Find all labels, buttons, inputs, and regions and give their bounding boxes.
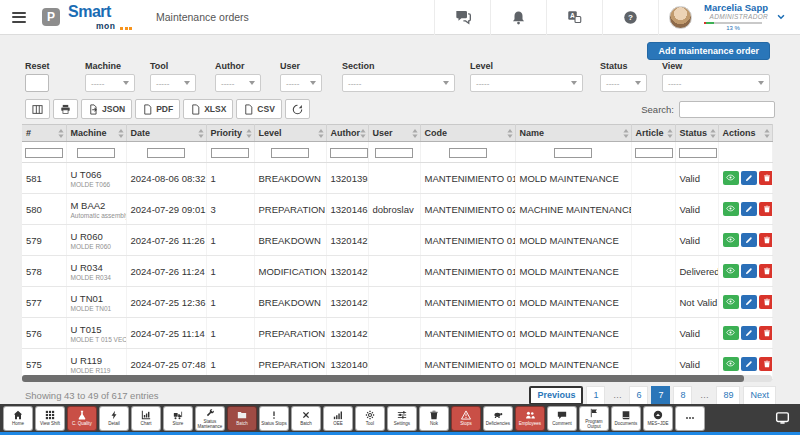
toolbar-oee-button[interactable]: OEE [323, 406, 353, 431]
filter-select-status[interactable]: ----- [600, 74, 647, 92]
view-order-button[interactable] [723, 233, 739, 247]
column-header-actions[interactable]: Actions [718, 125, 772, 142]
toolbar-settings-button[interactable]: Settings [387, 406, 417, 431]
column-header-article[interactable]: Article [631, 125, 675, 142]
toolbar-nok-button[interactable]: Nok [419, 406, 449, 431]
print-button[interactable] [53, 99, 78, 119]
menu-icon[interactable] [12, 12, 26, 23]
column-filter-input[interactable] [375, 148, 413, 158]
delete-order-button[interactable] [759, 202, 773, 216]
column-filter-input[interactable] [554, 148, 592, 158]
toolbar-employees-button[interactable]: Employees [515, 406, 545, 431]
search-input[interactable] [679, 101, 775, 118]
page-button-6[interactable]: 6 [629, 386, 648, 405]
delete-order-button[interactable] [759, 357, 773, 371]
delete-order-button[interactable] [759, 295, 773, 309]
page-button-1[interactable]: 1 [586, 386, 605, 405]
column-header-priority[interactable]: Priority [206, 125, 254, 142]
edit-order-button[interactable] [741, 202, 757, 216]
toolbar-c-quality-button[interactable]: C. Quality [67, 406, 97, 431]
toolbar-status-mantenance-button[interactable]: Status Mantenance [195, 406, 225, 431]
filter-select-level[interactable]: ----- [470, 74, 583, 92]
view-order-button[interactable] [723, 295, 739, 309]
toolbar-mes-jde-button[interactable]: MES~JDE [643, 406, 673, 431]
edit-order-button[interactable] [741, 326, 757, 340]
columns-button[interactable] [25, 99, 50, 119]
toolbar-program-output-button[interactable]: Program Output [579, 406, 609, 431]
toolbar-stops-button[interactable]: Stops [451, 406, 481, 431]
column-filter-input[interactable] [77, 148, 115, 158]
toolbar-home-button[interactable]: Home [3, 406, 33, 431]
delete-order-button[interactable] [759, 326, 773, 340]
filter-select-user[interactable]: ----- [280, 74, 322, 92]
toolbar-more-button[interactable] [675, 406, 705, 431]
column-filter-input[interactable] [211, 148, 249, 158]
filter-select-author[interactable]: ----- [215, 74, 261, 92]
column-filter-input[interactable] [449, 148, 487, 158]
edit-order-button[interactable] [741, 357, 757, 371]
delete-order-button[interactable] [759, 171, 773, 185]
toolbar-store-button[interactable]: Store [163, 406, 193, 431]
view-order-button[interactable] [723, 326, 739, 340]
column-header-code[interactable]: Code [420, 125, 515, 142]
monitor-button[interactable] [775, 411, 790, 425]
delete-order-button[interactable] [759, 264, 773, 278]
pdf-button[interactable]: PDF [135, 99, 180, 119]
filter-select-view[interactable]: ----- [662, 74, 770, 92]
scrollbar-thumb[interactable] [22, 375, 744, 382]
column-header-user[interactable]: User [368, 125, 420, 142]
toolbar-tool-button[interactable]: Tool [355, 406, 385, 431]
filter-select-section[interactable]: ----- [342, 74, 455, 92]
toolbar-view-shift-button[interactable]: View Shift [35, 406, 65, 431]
toolbar-deficiencies-button[interactable]: Deficiencies [483, 406, 513, 431]
toolbar-batch-button[interactable]: Batch [291, 406, 321, 431]
edit-order-button[interactable] [741, 295, 757, 309]
page-button-7[interactable]: 7 [651, 386, 670, 405]
column-header-id[interactable]: # [22, 125, 66, 142]
next-page-button[interactable]: Next [743, 386, 776, 405]
column-header-date[interactable]: Date [126, 125, 206, 142]
notifications-button[interactable] [490, 0, 546, 35]
column-filter-input[interactable] [271, 148, 309, 158]
json-button[interactable]: JSON [81, 99, 132, 119]
filter-select-tool[interactable]: ----- [150, 74, 196, 92]
column-filter-input[interactable] [330, 148, 368, 158]
messages-button[interactable] [434, 0, 490, 35]
column-filter-input[interactable] [679, 148, 717, 158]
view-order-button[interactable] [723, 264, 739, 278]
toolbar-chart-button[interactable]: Chart [131, 406, 161, 431]
xlsx-button[interactable]: XLSX [183, 99, 233, 119]
toolbar-documents-button[interactable]: Documents [611, 406, 641, 431]
delete-order-button[interactable] [759, 233, 773, 247]
toolbar-comment-button[interactable]: Comment [547, 406, 577, 431]
refresh-button[interactable] [285, 99, 310, 119]
edit-order-button[interactable] [741, 233, 757, 247]
edit-order-button[interactable] [741, 171, 757, 185]
page-button-8[interactable]: 8 [673, 386, 692, 405]
column-filter-input[interactable] [147, 148, 185, 158]
edit-order-button[interactable] [741, 264, 757, 278]
reset-button[interactable] [25, 74, 49, 92]
user-menu[interactable]: Marcelia Sapp ADMINISTRADOR 13 % [658, 0, 790, 35]
column-header-level[interactable]: Level [254, 125, 326, 142]
add-maintenance-order-button[interactable]: Add maintenance order [647, 42, 770, 60]
toolbar-detail-button[interactable]: Detail [99, 406, 129, 431]
csv-button[interactable]: CSV [236, 99, 281, 119]
filter-select-machine[interactable]: ----- [85, 74, 135, 92]
view-order-button[interactable] [723, 202, 739, 216]
column-header-machine[interactable]: Machine [66, 125, 126, 142]
column-header-status[interactable]: Status [675, 125, 718, 142]
page-button-89[interactable]: 89 [716, 386, 740, 405]
column-header-name[interactable]: Name [515, 125, 631, 142]
view-order-button[interactable] [723, 357, 739, 371]
view-order-button[interactable] [723, 171, 739, 185]
column-filter-input[interactable] [635, 148, 673, 158]
cell-date: 2024-07-25 11:14 [126, 318, 206, 349]
previous-page-button[interactable]: Previous [529, 386, 583, 405]
help-button[interactable]: ? [602, 0, 658, 35]
column-filter-input[interactable] [25, 148, 63, 158]
toolbar-status-stops-button[interactable]: Status Stops [259, 406, 289, 431]
column-header-author[interactable]: Author [326, 125, 368, 142]
language-button[interactable]: A [546, 0, 602, 35]
toolbar-batch-button[interactable]: Batch [227, 406, 257, 431]
